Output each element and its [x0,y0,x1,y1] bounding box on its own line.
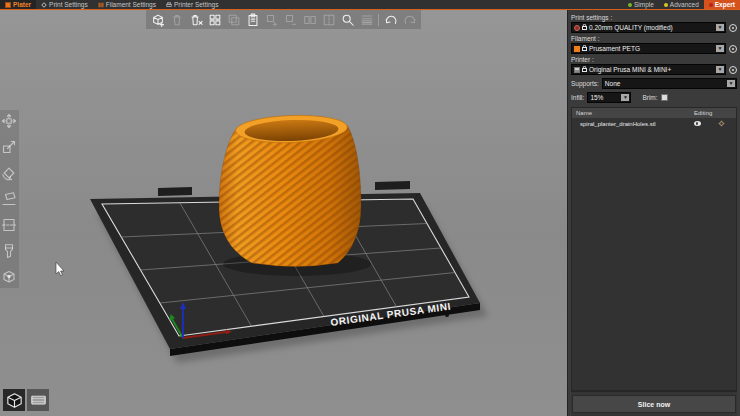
split-to-objects-icon[interactable] [302,12,317,27]
slice-area: Slice now [571,391,737,416]
object-list-row[interactable]: spiral_planter_drainHoles.stl [572,118,736,129]
mode-expert-label: Expert [715,1,735,8]
tab-printer-settings[interactable]: Printer Settings [161,0,223,9]
mode-advanced[interactable]: Advanced [659,0,704,9]
move-icon[interactable] [1,113,17,129]
advanced-mode-dot-icon [664,3,668,7]
remove-instance-icon[interactable] [283,12,298,27]
filament-label: Filament : [571,35,737,42]
view-toolbar [3,389,49,411]
delete-icon[interactable] [169,12,184,27]
chevron-down-icon: ▼ [716,24,724,31]
add-instance-icon[interactable] [264,12,279,27]
mode-switcher: Simple Advanced Expert [623,0,740,9]
printer-label: Printer : [571,56,737,63]
tab-print-settings[interactable]: Print Settings [36,0,93,9]
viewport-3d[interactable]: ORIGINAL PRUSA MINI [0,10,567,416]
cut-icon[interactable] [1,217,17,233]
infill-value: 15% [590,94,603,101]
gizmo-toolbar [0,110,19,288]
arrange-icon[interactable] [207,12,222,27]
toolbar-separator [378,14,379,26]
simple-mode-dot-icon [628,3,632,7]
tab-filament-settings[interactable]: Filament Settings [93,0,161,9]
infill-combo[interactable]: 15% ▼ [587,92,631,103]
redo-icon[interactable] [402,12,417,27]
lock-icon [582,24,587,31]
mode-simple[interactable]: Simple [623,0,659,9]
visibility-eye-icon[interactable] [694,121,701,126]
scale-icon[interactable] [1,139,17,155]
main-toolbar [146,10,421,29]
search-icon[interactable] [340,12,355,27]
mode-advanced-label: Advanced [670,1,699,8]
gear-icon [41,2,47,8]
printer-icon [166,2,172,8]
object-list-header: Name Editing [572,108,736,118]
settings-sidebar: Print settings : 0.20mm QUALITY (modifie… [567,10,740,416]
scene-canvas: ORIGINAL PRUSA MINI [0,10,567,416]
edit-filament-button[interactable] [729,45,737,53]
paint-on-supports-icon[interactable] [1,243,17,259]
supports-value: None [605,80,621,87]
chevron-down-icon: ▼ [716,45,724,52]
plater-icon [5,2,11,8]
supports-combo[interactable]: None ▼ [602,78,737,89]
tab-print-settings-label: Print Settings [49,1,88,8]
copy-icon[interactable] [226,12,241,27]
mode-simple-label: Simple [634,1,654,8]
print-settings-label: Print settings : [571,14,737,21]
supports-label: Supports: [571,80,599,87]
lock-icon [582,66,587,73]
filament-color-swatch [574,46,580,52]
editing-gear-icon[interactable] [718,120,725,128]
expert-mode-dot-icon [709,3,713,7]
undo-icon[interactable] [383,12,398,27]
filament-value: Prusament PETG [589,45,640,52]
preview-icon[interactable] [27,389,49,411]
split-to-parts-icon[interactable] [321,12,336,27]
infill-label: Infill: [571,94,584,101]
slice-now-button[interactable]: Slice now [572,395,736,413]
brim-label: Brim: [642,94,657,101]
printer-value: Original Prusa MINI & MINI+ [589,66,671,73]
prusaslicer-window: Plater Print Settings Filament Settings … [0,0,740,416]
tab-plater-label: Plater [13,1,31,8]
rotate-icon[interactable] [1,165,17,181]
chevron-down-icon: ▼ [716,66,724,73]
paste-icon[interactable] [245,12,260,27]
object-list: Name Editing spiral_planter_drainHoles.s… [571,107,737,391]
object-name: spiral_planter_drainHoles.stl [572,121,688,127]
print-settings-preset-icon [574,25,580,31]
brim-checkbox[interactable] [661,94,668,101]
place-on-face-icon[interactable] [1,191,17,207]
lock-icon [582,45,587,52]
top-tab-bar: Plater Print Settings Filament Settings … [0,0,740,10]
model-spiral-planter[interactable] [219,114,361,267]
printer-preset-icon [574,67,580,73]
chevron-down-icon: ▼ [727,80,735,87]
print-settings-combo[interactable]: 0.20mm QUALITY (modified) ▼ [571,22,726,33]
mouse-cursor [56,262,64,276]
tab-plater[interactable]: Plater [0,0,36,9]
edit-print-settings-button[interactable] [729,24,737,32]
3d-editor-view-icon[interactable] [3,389,25,411]
filament-icon [98,2,104,8]
variable-layer-height-icon[interactable] [359,12,374,27]
filament-combo[interactable]: Prusament PETG ▼ [571,43,726,54]
add-icon[interactable] [150,12,165,27]
mode-expert[interactable]: Expert [704,0,740,9]
column-editing-header: Editing [694,110,736,116]
delete-all-icon[interactable] [188,12,203,27]
column-name-header: Name [572,110,694,116]
printer-combo[interactable]: Original Prusa MINI & MINI+ ▼ [571,64,726,75]
tab-printer-settings-label: Printer Settings [174,1,218,8]
seam-icon[interactable] [1,269,17,285]
tab-filament-settings-label: Filament Settings [106,1,156,8]
edit-printer-button[interactable] [729,66,737,74]
print-settings-value: 0.20mm QUALITY (modified) [589,24,673,31]
chevron-down-icon: ▼ [621,94,629,101]
